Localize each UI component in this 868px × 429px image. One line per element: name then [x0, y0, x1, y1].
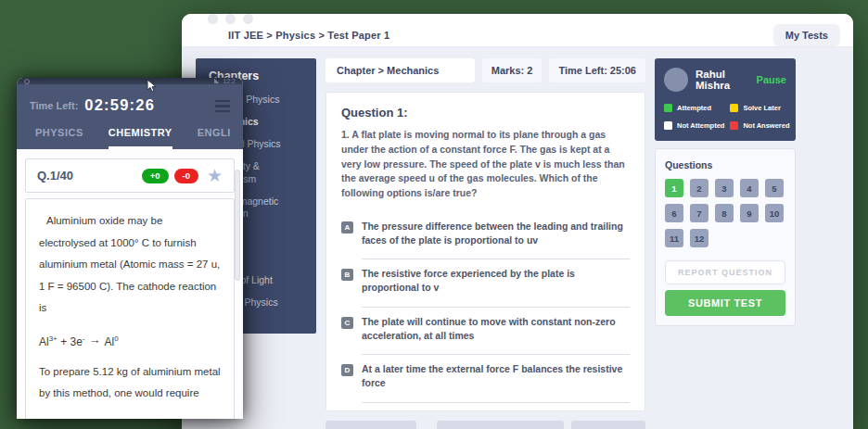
question-square-1[interactable]: 1 [665, 179, 683, 197]
window-body: Chapters General Physics Mechanics Therm… [182, 47, 853, 429]
question-card: Question 1: 1. A flat plate is moving no… [326, 92, 645, 411]
profile-row: Rahul Mishra Pause [664, 68, 786, 92]
subject-tabs: PHYSICS CHEMISTRY ENGLISH PROFICIENCY [30, 127, 230, 149]
clear-response-button[interactable]: Clear Response [326, 421, 416, 429]
hamburger-menu-icon[interactable] [215, 98, 230, 113]
option-d[interactable]: D At a later time the external force F b… [341, 357, 630, 404]
option-letter-badge: A [341, 221, 353, 233]
save-next-button[interactable]: Save & Next [571, 421, 645, 429]
question-grid: 1 2 3 4 5 6 7 8 9 10 11 12 [665, 179, 785, 247]
bookmark-star-icon[interactable]: ★ [207, 167, 223, 184]
question-square-2[interactable]: 2 [690, 179, 708, 197]
mobile-question-text: Aluminium oxide may be electrolysed at 1… [39, 210, 221, 320]
mobile-status-bar: 12:2 [17, 78, 243, 84]
my-tests-button[interactable]: My Tests [773, 24, 840, 46]
pause-button[interactable]: Pause [757, 74, 786, 85]
option-c[interactable]: C The plate will continue to move with c… [341, 309, 630, 357]
window-control-icon[interactable] [225, 14, 236, 24]
option-letter-badge: B [341, 269, 353, 281]
option-letter-badge: D [341, 364, 353, 376]
question-number: 1. [341, 129, 350, 140]
status-legend: Attempted Solve Later Not Attempted [664, 104, 786, 130]
time-left-badge: Time Left: 25:06 [549, 58, 645, 82]
legend-solve-later: Solve Later [730, 104, 789, 112]
question-square-12[interactable]: 12 [690, 229, 708, 247]
cathode-reaction-formula: Al3+ + 3e-→Al0 [39, 334, 221, 348]
spacer [424, 421, 429, 429]
question-square-8[interactable]: 8 [715, 204, 734, 222]
option-text: At a later time the external force F bal… [362, 362, 630, 402]
question-counter: Q.1/40 [37, 169, 136, 183]
notification-icon [24, 79, 30, 84]
question-column: Chapter > Mechanics Marks: 2 Time Left: … [326, 58, 645, 429]
questions-title: Questions [665, 159, 785, 170]
mobile-question-body: Aluminium oxide may be electrolysed at 1… [25, 198, 235, 419]
report-question-button[interactable]: REPORT QUESTION [665, 260, 785, 284]
status-panel: Rahul Mishra Pause Attempted Solve Later [655, 58, 796, 326]
tab-physics[interactable]: PHYSICS [35, 127, 83, 149]
time-left-label: Time Left: [30, 100, 78, 111]
option-text: The pressure difference between the lead… [362, 220, 630, 259]
signal-icon [214, 79, 220, 83]
tab-chemistry[interactable]: CHEMISTRY [108, 127, 172, 149]
legend-not-attempted: Not Attempted [664, 121, 724, 130]
timer-row: Time Left: 02:59:26 [30, 96, 230, 114]
window-control-icon[interactable] [208, 14, 218, 24]
tab-english-proficiency[interactable]: ENGLISH PROFICIENCY [198, 127, 230, 149]
question-square-9[interactable]: 9 [740, 204, 759, 222]
question-title: Question 1: [341, 106, 630, 120]
question-square-10[interactable]: 10 [765, 204, 784, 222]
breadcrumb-bar: IIT JEE > Physics > Test Paper 1 My Test… [182, 24, 853, 47]
mobile-question-text-2: To prepare 5.12 kg of aluminium metal by… [39, 361, 221, 405]
negative-marks-badge: -0 [174, 169, 198, 183]
question-actions: Clear Response Solve this question later… [326, 421, 645, 429]
breadcrumb[interactable]: IIT JEE > Physics > Test Paper 1 [228, 30, 389, 41]
window-control-icon[interactable] [243, 14, 253, 24]
submit-test-button[interactable]: SUBMIT TEST [665, 290, 785, 316]
mobile-test-overlay: 12:2 Time Left: 02:59:26 PHYSICS CHEMIST… [17, 78, 243, 419]
attempted-swatch-icon [664, 104, 672, 112]
question-square-5[interactable]: 5 [765, 179, 784, 197]
marks-badge: Marks: 2 [482, 58, 542, 82]
countdown-timer: 02:59:26 [84, 96, 155, 114]
status-indicators: 12:2 [214, 78, 236, 84]
question-square-7[interactable]: 7 [690, 204, 708, 222]
question-square-4[interactable]: 4 [740, 179, 759, 197]
window-titlebar [182, 14, 853, 24]
user-name: Rahul Mishra [696, 69, 749, 91]
chapter-label: Chapter > Mechanics [326, 58, 475, 82]
positive-marks-badge: +0 [142, 169, 169, 183]
option-letter-badge: C [341, 317, 353, 329]
arrow-icon: → [89, 333, 101, 347]
avatar [664, 68, 688, 92]
mobile-question-header: Q.1/40 +0 -0 ★ [25, 158, 235, 193]
stage: IIT JEE > Physics > Test Paper 1 My Test… [0, 0, 868, 429]
question-navigator: Questions 1 2 3 4 5 6 7 8 9 10 11 12 [655, 148, 796, 326]
status-clock: 12:2 [223, 78, 236, 84]
legend-not-answered: Not Answered [730, 121, 789, 130]
mobile-content: Q.1/40 +0 -0 ★ Aluminium oxide may be el… [17, 149, 243, 419]
profile-card: Rahul Mishra Pause Attempted Solve Later [655, 58, 796, 141]
legend-attempted: Attempted [664, 104, 724, 112]
option-text: The resistive force experienced by the p… [362, 267, 630, 307]
option-text: The plate will continue to move with con… [362, 315, 630, 355]
question-text: 1. A flat plate is moving normal to its … [341, 128, 630, 201]
solve-later-swatch-icon [730, 104, 738, 112]
not-answered-swatch-icon [730, 121, 738, 130]
mobile-scrollbar[interactable] [235, 170, 240, 281]
navigator-footer: REPORT QUESTION SUBMIT TEST [665, 260, 785, 316]
solve-later-button[interactable]: Solve this question later [437, 421, 565, 429]
not-attempted-swatch-icon [664, 121, 672, 130]
mouse-cursor-icon [147, 79, 157, 93]
desktop-test-window: IIT JEE > Physics > Test Paper 1 My Test… [182, 14, 853, 429]
question-square-11[interactable]: 11 [665, 229, 683, 247]
mobile-header: Time Left: 02:59:26 PHYSICS CHEMISTRY EN… [17, 84, 243, 149]
option-b[interactable]: B The resistive force experienced by the… [341, 261, 630, 309]
question-square-3[interactable]: 3 [715, 179, 734, 197]
option-a[interactable]: A The pressure difference between the le… [341, 214, 630, 261]
chapter-header-row: Chapter > Mechanics Marks: 2 Time Left: … [326, 58, 645, 82]
question-square-6[interactable]: 6 [665, 204, 683, 222]
